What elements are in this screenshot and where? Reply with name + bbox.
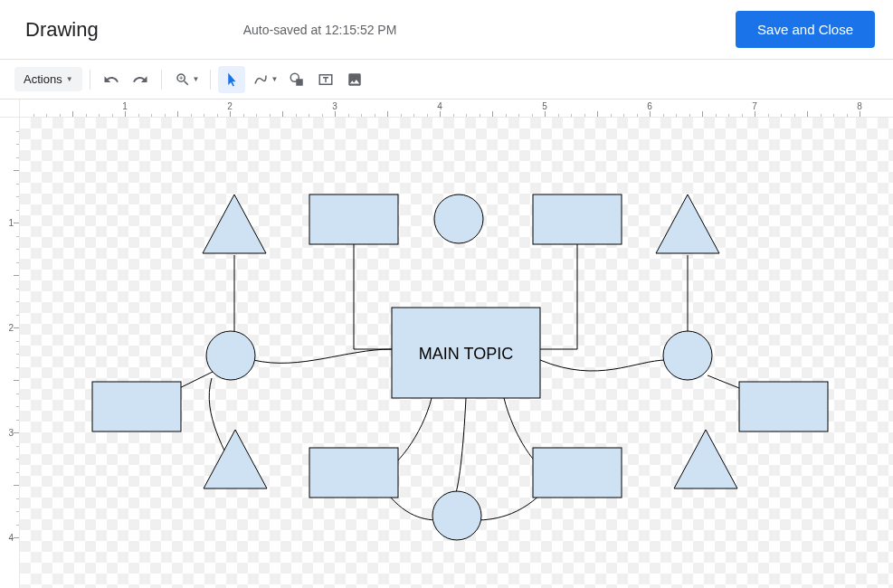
separator — [210, 70, 211, 90]
select-tool-button[interactable] — [218, 66, 245, 93]
save-close-button[interactable]: Save and Close — [736, 11, 875, 48]
actions-label: Actions — [24, 72, 62, 86]
vertical-ruler[interactable]: 1234 — [0, 118, 20, 588]
redo-button[interactable] — [127, 66, 154, 93]
shape-rect[interactable] — [533, 194, 622, 244]
ruler-label: 1 — [8, 218, 14, 228]
chevron-down-icon: ▼ — [193, 75, 200, 83]
header: Drawing Auto-saved at 12:15:52 PM Save a… — [0, 0, 893, 60]
chevron-down-icon: ▼ — [66, 75, 73, 83]
undo-button[interactable] — [98, 66, 125, 93]
shape-rect[interactable] — [533, 448, 622, 498]
page-title: Drawing — [25, 18, 99, 42]
ruler-corner — [0, 100, 20, 118]
ruler-label: 5 — [542, 101, 547, 111]
shape-triangle[interactable] — [674, 430, 737, 488]
textbox-icon — [318, 71, 334, 88]
toolbar: Actions ▼ ▼ ▼ — [0, 60, 893, 100]
ruler-label: 3 — [8, 428, 14, 438]
zoom-icon — [175, 71, 191, 88]
svg-rect-1 — [297, 79, 304, 86]
shape-circle[interactable] — [663, 331, 712, 380]
shape-rect[interactable] — [739, 382, 828, 432]
connector[interactable] — [454, 398, 466, 498]
ruler-label: 4 — [437, 101, 442, 111]
ruler-label: 8 — [857, 101, 862, 111]
zoom-button[interactable]: ▼ — [169, 66, 204, 93]
shape-circle[interactable] — [434, 194, 483, 243]
redo-icon — [132, 71, 148, 88]
image-icon — [347, 71, 363, 88]
ruler-label: 7 — [752, 101, 757, 111]
chevron-down-icon: ▼ — [271, 75, 278, 83]
connector[interactable] — [540, 240, 577, 349]
ruler-label: 2 — [8, 323, 14, 333]
cursor-icon — [223, 71, 240, 88]
shape-triangle[interactable] — [204, 430, 267, 488]
shape-icon — [289, 71, 305, 88]
ruler-label: 1 — [122, 101, 128, 111]
textbox-tool-button[interactable] — [312, 66, 339, 93]
shape-circle[interactable] — [432, 491, 481, 540]
shape-triangle[interactable] — [203, 194, 266, 253]
ruler-label: 6 — [647, 101, 652, 111]
separator — [90, 70, 90, 90]
shape-rect[interactable] — [92, 382, 181, 432]
shape-circle[interactable] — [206, 331, 255, 380]
shape-rect[interactable] — [309, 448, 398, 498]
connector[interactable] — [253, 349, 392, 363]
line-tool-button[interactable]: ▼ — [247, 66, 281, 93]
actions-menu-button[interactable]: Actions ▼ — [14, 67, 82, 91]
ruler-label: 2 — [227, 101, 233, 111]
drawing-canvas[interactable]: MAIN TOPIC — [20, 118, 893, 588]
ruler-label: 3 — [332, 101, 337, 111]
line-icon — [252, 71, 269, 88]
image-tool-button[interactable] — [341, 66, 368, 93]
connector[interactable] — [540, 360, 667, 371]
connector[interactable] — [354, 240, 392, 349]
shape-triangle[interactable] — [656, 194, 719, 253]
separator — [161, 70, 162, 90]
ruler-label: 4 — [8, 533, 14, 543]
autosave-status: Auto-saved at 12:15:52 PM — [243, 23, 736, 37]
horizontal-ruler[interactable]: 12345678 — [20, 100, 893, 118]
main-topic-text[interactable]: MAIN TOPIC — [419, 345, 513, 363]
shape-tool-button[interactable] — [283, 66, 310, 93]
undo-icon — [103, 71, 119, 88]
shape-rect[interactable] — [309, 194, 398, 244]
